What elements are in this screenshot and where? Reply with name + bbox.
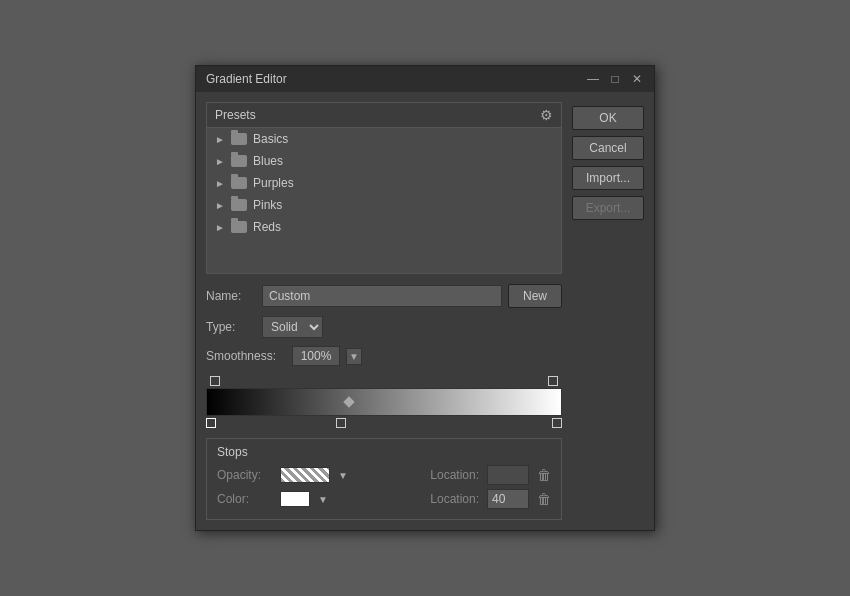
maximize-button[interactable]: □ xyxy=(608,72,622,86)
smoothness-dropdown-arrow[interactable]: ▼ xyxy=(346,348,362,365)
ok-button[interactable]: OK xyxy=(572,106,644,130)
location-color-input[interactable] xyxy=(487,489,529,509)
presets-label: Presets xyxy=(215,108,256,122)
name-label: Name: xyxy=(206,289,256,303)
folder-icon-purples xyxy=(231,177,247,189)
type-label: Type: xyxy=(206,320,256,334)
midpoint-diamond xyxy=(343,396,354,407)
color-stop-active[interactable] xyxy=(336,418,346,428)
opacity-stop-left[interactable] xyxy=(210,376,220,386)
smoothness-value: 100% xyxy=(292,346,340,366)
location-label-opacity: Location: xyxy=(430,468,479,482)
import-button[interactable]: Import... xyxy=(572,166,644,190)
folder-icon-basics xyxy=(231,133,247,145)
export-button[interactable]: Export... xyxy=(572,196,644,220)
color-label: Color: xyxy=(217,492,272,506)
stops-section: Stops Opacity: ▼ Location: 🗑 Color: ▼ Lo… xyxy=(206,438,562,520)
close-button[interactable]: ✕ xyxy=(630,72,644,86)
color-row: Color: ▼ Location: 🗑 xyxy=(217,489,551,509)
title-bar-buttons: — □ ✕ xyxy=(586,72,644,86)
bottom-stops xyxy=(206,418,562,432)
color-dropdown-arrow[interactable]: ▼ xyxy=(318,494,328,505)
name-input[interactable] xyxy=(262,285,502,307)
presets-list[interactable]: ► Basics ► Blues ► Purples xyxy=(207,128,561,273)
location-label-color: Location: xyxy=(430,492,479,506)
delete-color-icon[interactable]: 🗑 xyxy=(537,491,551,507)
stops-title: Stops xyxy=(217,445,551,459)
color-stop-right[interactable] xyxy=(552,418,562,428)
opacity-label: Opacity: xyxy=(217,468,272,482)
color-stop-left[interactable] xyxy=(206,418,216,428)
gear-icon[interactable]: ⚙ xyxy=(540,107,553,123)
top-stops xyxy=(206,376,562,386)
preset-arrow-pinks: ► xyxy=(215,200,225,211)
type-select[interactable]: Solid Noise xyxy=(262,316,323,338)
preset-name-pinks: Pinks xyxy=(253,198,282,212)
preset-item-basics[interactable]: ► Basics xyxy=(207,128,561,150)
preset-arrow-basics: ► xyxy=(215,134,225,145)
title-bar: Gradient Editor — □ ✕ xyxy=(196,66,654,92)
minimize-button[interactable]: — xyxy=(586,72,600,86)
cancel-button[interactable]: Cancel xyxy=(572,136,644,160)
preset-arrow-purples: ► xyxy=(215,178,225,189)
preset-arrow-reds: ► xyxy=(215,222,225,233)
gradient-editor-dialog: Gradient Editor — □ ✕ Presets ⚙ ► xyxy=(195,65,655,531)
type-row: Type: Solid Noise xyxy=(206,316,562,338)
folder-icon-pinks xyxy=(231,199,247,211)
folder-icon-blues xyxy=(231,155,247,167)
location-opacity-input[interactable] xyxy=(487,465,529,485)
gradient-midpoint[interactable] xyxy=(345,398,353,406)
delete-opacity-icon[interactable]: 🗑 xyxy=(537,467,551,483)
preset-item-pinks[interactable]: ► Pinks xyxy=(207,194,561,216)
preset-item-reds[interactable]: ► Reds xyxy=(207,216,561,238)
preset-name-purples: Purples xyxy=(253,176,294,190)
opacity-stop-right[interactable] xyxy=(548,376,558,386)
preset-item-purples[interactable]: ► Purples xyxy=(207,172,561,194)
name-row: Name: New xyxy=(206,284,562,308)
preset-name-reds: Reds xyxy=(253,220,281,234)
smoothness-label: Smoothness: xyxy=(206,349,286,363)
main-content: Presets ⚙ ► Basics ► Blues xyxy=(206,102,562,520)
side-buttons: OK Cancel Import... Export... xyxy=(572,102,644,520)
color-swatch[interactable] xyxy=(280,491,310,507)
preset-item-blues[interactable]: ► Blues xyxy=(207,150,561,172)
presets-section: Presets ⚙ ► Basics ► Blues xyxy=(206,102,562,274)
opacity-row: Opacity: ▼ Location: 🗑 xyxy=(217,465,551,485)
new-button[interactable]: New xyxy=(508,284,562,308)
dialog-title: Gradient Editor xyxy=(206,72,287,86)
folder-icon-reds xyxy=(231,221,247,233)
dialog-body: Presets ⚙ ► Basics ► Blues xyxy=(196,92,654,530)
presets-header: Presets ⚙ xyxy=(207,103,561,128)
gradient-bar-container xyxy=(206,376,562,432)
smoothness-row: Smoothness: 100% ▼ xyxy=(206,346,562,366)
opacity-swatch xyxy=(280,467,330,483)
preset-name-blues: Blues xyxy=(253,154,283,168)
gradient-bar[interactable] xyxy=(206,388,562,416)
preset-name-basics: Basics xyxy=(253,132,288,146)
preset-arrow-blues: ► xyxy=(215,156,225,167)
opacity-dropdown-arrow[interactable]: ▼ xyxy=(338,470,348,481)
